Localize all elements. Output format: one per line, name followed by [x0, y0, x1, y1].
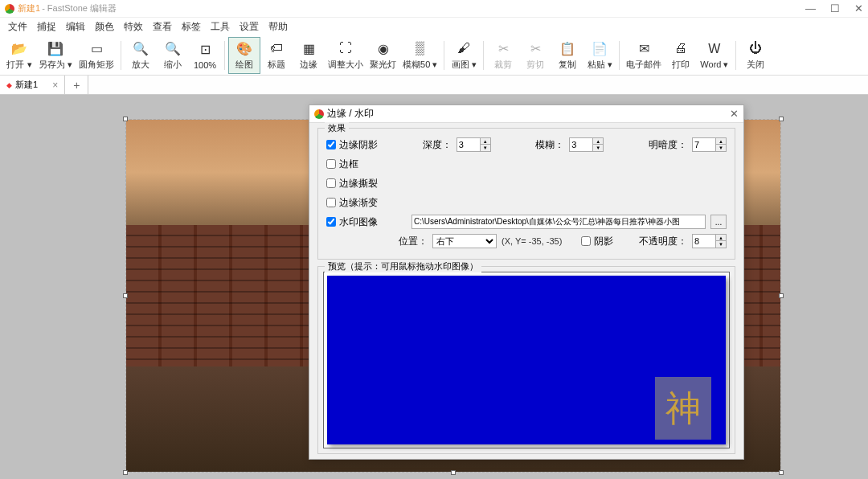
toolbar-separator: [483, 41, 484, 70]
toolbar-聚光灯[interactable]: ◉聚光灯: [366, 37, 399, 74]
toolbar-放大[interactable]: 🔍放大: [125, 37, 157, 74]
menu-工具[interactable]: 工具: [206, 18, 235, 35]
menu-编辑[interactable]: 编辑: [61, 18, 90, 35]
checkbox-watermark[interactable]: 水印图像: [326, 215, 378, 229]
brightness-label: 明暗度：: [649, 138, 687, 152]
menu-文件[interactable]: 文件: [3, 18, 32, 35]
watermark-preview[interactable]: 神: [655, 377, 711, 440]
toolbar-绘图[interactable]: 🎨绘图: [228, 37, 260, 74]
toolbar-label: 缩小: [164, 59, 182, 71]
toolbar-标题[interactable]: 🏷标题: [260, 37, 293, 74]
关闭-icon: ⏻: [747, 39, 764, 57]
电子邮件-icon: ✉: [635, 39, 653, 57]
Word-icon: W: [706, 40, 723, 58]
toolbar-边缘[interactable]: ▦边缘: [293, 37, 325, 74]
toolbar-label: 关闭: [747, 59, 764, 71]
toolbar-label: 打开 ▾: [6, 59, 31, 71]
toolbar-画图[interactable]: 🖌画图 ▾: [448, 37, 480, 74]
menu-颜色[interactable]: 颜色: [90, 18, 119, 35]
toolbar-label: 放大: [132, 59, 149, 71]
toolbar-label: 裁剪: [494, 59, 512, 71]
menubar: 文件捕捉编辑颜色特效查看标签工具设置帮助: [0, 18, 868, 35]
toolbar-label: 模糊50 ▾: [403, 59, 437, 71]
tab-close-icon[interactable]: ×: [52, 80, 58, 91]
checkbox-edge-tear[interactable]: 边缘撕裂: [326, 177, 378, 190]
dialog-close-icon[interactable]: ✕: [730, 108, 739, 120]
复制-icon: 📋: [559, 39, 576, 57]
depth-spinner[interactable]: ▲▼: [457, 137, 491, 152]
缩小-icon: 🔍: [164, 39, 182, 57]
toolbar-缩小[interactable]: 🔍缩小: [157, 37, 189, 74]
打开-icon: 📂: [10, 39, 28, 57]
resize-handle[interactable]: [123, 470, 128, 475]
粘贴-icon: 📄: [591, 39, 608, 57]
menu-设置[interactable]: 设置: [235, 18, 264, 35]
resize-handle[interactable]: [123, 293, 128, 298]
resize-handle[interactable]: [451, 470, 456, 475]
toolbar-关闭[interactable]: ⏻关闭: [739, 37, 772, 74]
tab-new[interactable]: +: [65, 76, 88, 94]
browse-button[interactable]: ...: [710, 215, 727, 229]
menu-查看[interactable]: 查看: [148, 18, 177, 35]
depth-label: 深度：: [423, 138, 452, 152]
checkbox-edge-fade[interactable]: 边缘渐变: [326, 196, 378, 210]
toolbar-另存为[interactable]: 💾另存为 ▾: [35, 37, 76, 74]
toolbar-separator: [224, 41, 225, 70]
opacity-spinner[interactable]: ▲▼: [692, 234, 727, 248]
100%-icon: ⊡: [196, 41, 214, 59]
checkbox-edge-shadow[interactable]: 边缘阴影: [326, 138, 378, 152]
menu-捕捉[interactable]: 捕捉: [32, 18, 61, 35]
preview-canvas[interactable]: 神: [323, 272, 730, 448]
edge-watermark-dialog: 边缘 / 水印 ✕ 效果 边缘阴影 深度： ▲▼ 模糊： ▲▼ 明暗度： ▲▼ …: [309, 104, 744, 460]
menu-特效[interactable]: 特效: [119, 18, 148, 35]
titlebar: 新建1 - FastStone 编辑器 — ☐ ✕: [0, 0, 868, 18]
toolbar-圆角矩形[interactable]: ▭圆角矩形: [76, 37, 117, 74]
toolbar-label: 100%: [194, 60, 216, 70]
toolbar-label: 画图 ▾: [452, 59, 477, 71]
blur-spinner[interactable]: ▲▼: [569, 137, 604, 152]
边缘-icon: ▦: [300, 39, 317, 57]
toolbar-label: 剪切: [526, 59, 544, 71]
toolbar-label: 打印: [672, 59, 690, 71]
maximize-button[interactable]: ☐: [830, 2, 840, 14]
裁剪-icon: ✂: [494, 39, 512, 57]
toolbar-label: 绘图: [235, 59, 253, 71]
checkbox-border[interactable]: 边框: [326, 158, 358, 171]
effects-legend: 效果: [325, 122, 349, 134]
聚光灯-icon: ◉: [375, 39, 392, 57]
preview-legend: 预览（提示：可用鼠标拖动水印图像）: [325, 260, 481, 272]
resize-handle[interactable]: [779, 470, 784, 475]
minimize-button[interactable]: —: [805, 2, 816, 14]
resize-handle[interactable]: [123, 117, 128, 121]
effects-fieldset: 效果 边缘阴影 深度： ▲▼ 模糊： ▲▼ 明暗度： ▲▼ 边框 边缘撕裂 边缘…: [317, 128, 735, 260]
toolbar-100%[interactable]: ⊡100%: [189, 37, 221, 74]
menu-帮助[interactable]: 帮助: [264, 18, 293, 35]
toolbar-打印[interactable]: 🖨打印: [665, 37, 697, 74]
resize-handle[interactable]: [779, 117, 784, 121]
toolbar-Word[interactable]: WWord ▾: [697, 37, 731, 74]
tab-document[interactable]: ◆ 新建1 ×: [0, 76, 65, 94]
toolbar-label: 复制: [559, 59, 576, 71]
tab-label: 新建1: [15, 79, 38, 91]
dialog-icon: [314, 109, 324, 119]
toolbar-复制[interactable]: 📋复制: [551, 37, 583, 74]
position-select[interactable]: 右下: [432, 234, 497, 248]
close-button[interactable]: ✕: [854, 2, 863, 14]
opacity-label: 不透明度：: [639, 235, 687, 248]
watermark-path-input[interactable]: C:\Users\Administrator\Desktop\自媒体\公众号汇总…: [411, 215, 706, 229]
toolbar-粘贴[interactable]: 📄粘贴 ▾: [583, 37, 616, 74]
toolbar-调整大小[interactable]: ⛶调整大小: [325, 37, 366, 74]
menu-标签[interactable]: 标签: [177, 18, 206, 35]
toolbar-label: 聚光灯: [370, 59, 396, 71]
toolbar-打开[interactable]: 📂打开 ▾: [3, 37, 35, 74]
绘图-icon: 🎨: [235, 39, 253, 57]
toolbar-电子邮件[interactable]: ✉电子邮件: [623, 37, 665, 74]
toolbar-剪切: ✂剪切: [519, 37, 551, 74]
resize-handle[interactable]: [779, 293, 784, 298]
checkbox-shadow2[interactable]: 阴影: [581, 235, 613, 248]
toolbar-模糊50[interactable]: ▒模糊50 ▾: [399, 37, 440, 74]
dialog-titlebar[interactable]: 边缘 / 水印 ✕: [309, 105, 743, 123]
tab-row: ◆ 新建1 × +: [0, 76, 868, 95]
brightness-spinner[interactable]: ▲▼: [692, 137, 727, 152]
画图-icon: 🖌: [455, 39, 473, 57]
